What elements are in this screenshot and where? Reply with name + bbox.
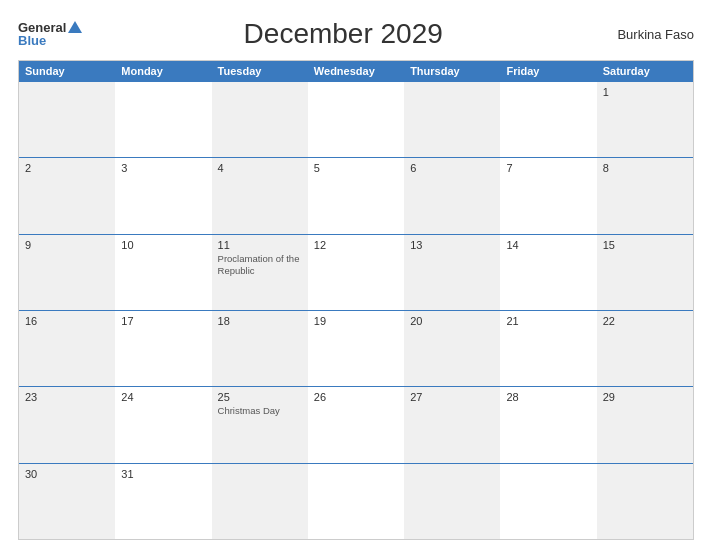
day-cell: 28 (500, 387, 596, 462)
day-cell (19, 82, 115, 157)
header-saturday: Saturday (597, 61, 693, 81)
day-cell (212, 82, 308, 157)
day-cell: 2 (19, 158, 115, 233)
day-cell: 8 (597, 158, 693, 233)
logo-triangle-icon (68, 21, 82, 33)
header-sunday: Sunday (19, 61, 115, 81)
day-cell: 25 Christmas Day (212, 387, 308, 462)
week-row-2: 2 3 4 5 6 7 8 (19, 157, 693, 233)
day-cell: 27 (404, 387, 500, 462)
day-cell: 31 (115, 464, 211, 539)
day-cell: 15 (597, 235, 693, 310)
day-cell: 16 (19, 311, 115, 386)
day-cell: 13 (404, 235, 500, 310)
calendar-title: December 2029 (82, 18, 604, 50)
day-cell (404, 82, 500, 157)
day-cell: 10 (115, 235, 211, 310)
header-friday: Friday (500, 61, 596, 81)
day-cell: 9 (19, 235, 115, 310)
day-cell (308, 82, 404, 157)
weeks-container: 1 2 3 4 5 6 7 8 9 10 11 Proclamation of … (19, 81, 693, 539)
header-wednesday: Wednesday (308, 61, 404, 81)
week-row-6: 30 31 (19, 463, 693, 539)
logo-blue-text: Blue (18, 34, 46, 47)
day-cell (212, 464, 308, 539)
logo: General Blue (18, 21, 82, 47)
week-row-5: 23 24 25 Christmas Day 26 27 28 29 (19, 386, 693, 462)
header: General Blue December 2029 Burkina Faso (18, 18, 694, 50)
day-cell (500, 464, 596, 539)
day-cell: 17 (115, 311, 211, 386)
day-cell: 21 (500, 311, 596, 386)
day-cell: 4 (212, 158, 308, 233)
day-cell (500, 82, 596, 157)
day-cell: 26 (308, 387, 404, 462)
day-cell: 5 (308, 158, 404, 233)
day-headers-row: Sunday Monday Tuesday Wednesday Thursday… (19, 61, 693, 81)
day-cell: 24 (115, 387, 211, 462)
header-monday: Monday (115, 61, 211, 81)
week-row-1: 1 (19, 81, 693, 157)
day-cell: 12 (308, 235, 404, 310)
day-cell: 19 (308, 311, 404, 386)
day-cell: 18 (212, 311, 308, 386)
day-cell: 6 (404, 158, 500, 233)
week-row-4: 16 17 18 19 20 21 22 (19, 310, 693, 386)
day-cell: 22 (597, 311, 693, 386)
day-cell: 1 (597, 82, 693, 157)
day-cell: 29 (597, 387, 693, 462)
day-cell: 14 (500, 235, 596, 310)
day-cell: 3 (115, 158, 211, 233)
day-cell (597, 464, 693, 539)
day-cell: 7 (500, 158, 596, 233)
header-thursday: Thursday (404, 61, 500, 81)
day-cell: 11 Proclamation of the Republic (212, 235, 308, 310)
day-cell: 30 (19, 464, 115, 539)
week-row-3: 9 10 11 Proclamation of the Republic 12 … (19, 234, 693, 310)
day-cell: 20 (404, 311, 500, 386)
header-tuesday: Tuesday (212, 61, 308, 81)
calendar-grid: Sunday Monday Tuesday Wednesday Thursday… (18, 60, 694, 540)
day-cell (115, 82, 211, 157)
calendar-page: General Blue December 2029 Burkina Faso … (0, 0, 712, 550)
day-cell (404, 464, 500, 539)
day-cell (308, 464, 404, 539)
day-cell: 23 (19, 387, 115, 462)
country-label: Burkina Faso (604, 27, 694, 42)
